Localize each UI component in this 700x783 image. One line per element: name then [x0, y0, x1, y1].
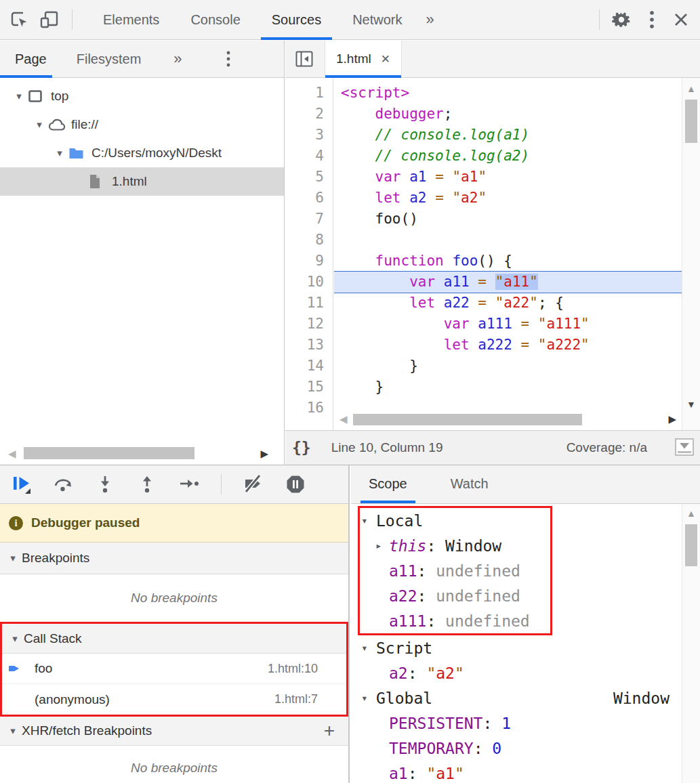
- code-line-4[interactable]: // console.log(a2): [334, 146, 682, 167]
- scroll-right-arrow-icon[interactable]: ▶: [668, 413, 676, 425]
- add-breakpoint-icon[interactable]: +: [324, 724, 335, 738]
- code-line-1[interactable]: <script>: [334, 83, 682, 104]
- gutter-line-number[interactable]: 6: [285, 188, 333, 209]
- scope-section-local[interactable]: ▾Local: [360, 508, 550, 533]
- scrollbar-thumb[interactable]: [685, 524, 697, 566]
- inspect-icon[interactable]: [9, 10, 28, 29]
- breakpoints-section-header[interactable]: ▾ Breakpoints: [0, 543, 348, 574]
- scope-entry-a2[interactable]: a2: "a2": [351, 660, 700, 685]
- kebab-menu-icon[interactable]: [648, 9, 655, 30]
- scope-entry-this[interactable]: ▸this: Window: [360, 533, 550, 558]
- toggle-navigator-icon[interactable]: [295, 49, 314, 68]
- code-token-plain: }: [341, 379, 384, 395]
- tab-watch[interactable]: Watch: [441, 465, 498, 503]
- code-line-9[interactable]: function foo() {: [334, 251, 682, 272]
- scroll-up-arrow-icon[interactable]: ▲: [686, 83, 696, 94]
- code-line-3[interactable]: // console.log(a1): [334, 125, 682, 146]
- scroll-left-arrow-icon[interactable]: ◀: [339, 413, 348, 425]
- tree-item-top[interactable]: ▾top: [0, 82, 284, 110]
- scope-section-script[interactable]: ▾Script: [351, 635, 700, 660]
- scroll-down-arrow-icon[interactable]: ▼: [686, 399, 696, 410]
- code-line-13[interactable]: let a222 = "a222": [334, 335, 682, 356]
- navigator-more-tabs-chevron[interactable]: »: [165, 50, 190, 68]
- gear-icon[interactable]: [612, 10, 631, 29]
- code-line-10[interactable]: var a11 = "a11": [334, 271, 682, 293]
- tab-console[interactable]: Console: [175, 0, 255, 40]
- scope-entry-persistent[interactable]: PERSISTENT: 1: [351, 711, 700, 736]
- editor-vertical-scrollbar[interactable]: ▲ ▼: [682, 78, 700, 430]
- gutter-line-number[interactable]: 11: [285, 293, 333, 314]
- gutter-line-number[interactable]: 16: [285, 398, 333, 419]
- navigator-tab-filesystem[interactable]: Filesystem: [62, 41, 157, 78]
- navigator-horizontal-scrollbar[interactable]: ◀ ▶: [0, 445, 283, 463]
- gutter-line-number[interactable]: 1: [285, 83, 333, 104]
- gutter-line-number[interactable]: 4: [285, 146, 333, 167]
- code-line-7[interactable]: foo(): [334, 209, 682, 230]
- tree-item-file-[interactable]: ▾file://: [0, 110, 284, 139]
- close-icon[interactable]: [673, 12, 689, 28]
- editor-horizontal-scrollbar[interactable]: ◀ ▶: [334, 411, 682, 429]
- editor-tab-1html[interactable]: 1.html ✕: [325, 41, 402, 78]
- code-line-6[interactable]: let a2 = "a2": [334, 188, 682, 209]
- scope-vertical-scrollbar[interactable]: ▲: [682, 504, 700, 783]
- code-line-11[interactable]: let a22 = "a22"; {: [334, 293, 682, 314]
- triangle-down-icon[interactable]: ▾: [10, 90, 28, 102]
- code-line-2[interactable]: debugger;: [334, 104, 682, 125]
- step-over-icon[interactable]: [53, 474, 73, 494]
- gutter-line-number[interactable]: 13: [285, 335, 333, 356]
- scroll-right-arrow-icon[interactable]: ▶: [260, 448, 268, 460]
- gutter-line-number[interactable]: 9: [285, 251, 333, 272]
- code-line-14[interactable]: }: [334, 356, 682, 377]
- scrollbar-thumb[interactable]: [353, 414, 582, 425]
- scrollbar-thumb[interactable]: [24, 447, 194, 459]
- scope-section-global[interactable]: ▾GlobalWindow: [351, 685, 700, 711]
- xhr-breakpoints-section-header[interactable]: ▾ XHR/fetch Breakpoints +: [0, 717, 348, 746]
- gutter-line-number[interactable]: 7: [285, 209, 333, 230]
- tab-scope[interactable]: Scope: [359, 465, 417, 503]
- gutter-line-number[interactable]: 2: [285, 104, 333, 125]
- tab-network[interactable]: Network: [337, 0, 417, 40]
- tree-item-1-html[interactable]: 1.html: [0, 167, 284, 196]
- gutter-line-number[interactable]: 3: [285, 125, 333, 146]
- device-toolbar-icon[interactable]: [39, 10, 60, 29]
- code-line-8[interactable]: [334, 230, 682, 251]
- scroll-left-arrow-icon[interactable]: ◀: [8, 448, 16, 460]
- gutter-line-number[interactable]: 14: [285, 356, 333, 377]
- navigator-tab-page[interactable]: Page: [0, 41, 62, 78]
- code-line-5[interactable]: var a1 = "a1": [334, 167, 682, 188]
- gutter-line-number[interactable]: 5: [285, 167, 333, 188]
- tree-item-c-users-moxyn-deskt[interactable]: ▾C:/Users/moxyN/Deskt: [0, 139, 284, 167]
- pretty-print-icon[interactable]: {}: [292, 439, 311, 457]
- gutter-line-number[interactable]: 12: [285, 314, 333, 335]
- scroll-up-arrow-icon[interactable]: ▲: [686, 508, 696, 519]
- callstack-section-header[interactable]: ▾ Call Stack: [2, 624, 346, 654]
- triangle-right-icon[interactable]: ▸: [375, 539, 389, 552]
- tab-sources[interactable]: Sources: [256, 0, 337, 40]
- gutter-line-number[interactable]: 10: [285, 272, 333, 293]
- step-out-icon[interactable]: [137, 474, 157, 494]
- scope-entry-a11[interactable]: a11: undefined: [360, 558, 550, 583]
- gutter-line-number[interactable]: 8: [285, 230, 333, 251]
- kebab-menu-icon[interactable]: [226, 50, 231, 68]
- scrollbar-thumb[interactable]: [685, 100, 697, 143]
- code-line-12[interactable]: var a111 = "a111": [334, 314, 682, 335]
- call-stack-frame[interactable]: foo1.html:10: [2, 654, 346, 684]
- show-drawer-icon[interactable]: [674, 438, 695, 458]
- deactivate-breakpoints-icon[interactable]: [243, 474, 264, 494]
- scope-entry-temporary[interactable]: TEMPORARY: 0: [351, 736, 700, 761]
- triangle-down-icon[interactable]: ▾: [51, 147, 68, 159]
- resume-icon[interactable]: [11, 474, 31, 494]
- scope-entry-a22[interactable]: a22: undefined: [360, 583, 550, 608]
- scope-entry-a111[interactable]: a111: undefined: [360, 608, 550, 633]
- pause-on-exceptions-icon[interactable]: [285, 474, 306, 494]
- tab-elements[interactable]: Elements: [87, 0, 175, 40]
- step-icon[interactable]: [179, 474, 199, 494]
- tab-close-icon[interactable]: ✕: [381, 52, 390, 66]
- call-stack-frame[interactable]: (anonymous)1.html:7: [2, 684, 346, 715]
- code-line-15[interactable]: }: [334, 377, 682, 398]
- triangle-down-icon[interactable]: ▾: [30, 119, 48, 131]
- gutter-line-number[interactable]: 15: [285, 377, 333, 398]
- step-into-icon[interactable]: [95, 474, 115, 494]
- more-tabs-chevron[interactable]: »: [418, 11, 442, 28]
- scope-entry-a1[interactable]: a1: "a1": [351, 761, 700, 783]
